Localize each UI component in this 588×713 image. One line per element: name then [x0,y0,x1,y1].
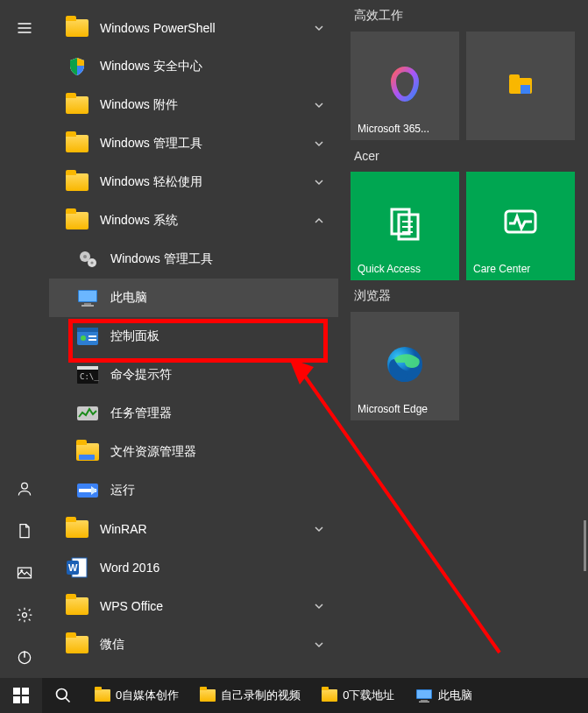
app-item-5[interactable]: Windows 系统 [49,201,338,240]
taskbar-item-2[interactable]: 0下载地址 [311,678,405,713]
tiles-area: 高效工作Microsoft 365...AcerQuick AccessCare… [338,0,588,678]
folder-icon [322,689,337,702]
apps-list: Windows PowerShellWindows 安全中心Windows 附件… [49,0,338,678]
control-panel-icon [76,327,99,346]
run-icon [76,481,99,500]
app-item-6[interactable]: Windows 管理工具 [49,240,338,279]
cmd-icon: C:\_ [76,365,99,385]
tile-store-folder[interactable] [466,32,575,140]
app-item-8[interactable]: 控制面板 [49,317,338,356]
chevron-down-icon [307,632,331,657]
tile-label: Microsoft 365... [358,123,429,135]
app-label: Windows 安全中心 [100,59,331,74]
store-folder-icon [507,73,534,99]
m365-icon [385,64,425,108]
svg-rect-14 [77,328,98,332]
user-button[interactable] [0,468,49,510]
app-label: 运行 [110,483,331,498]
chevron-down-icon [307,16,331,40]
app-label: 任务管理器 [110,406,331,421]
app-item-2[interactable]: Windows 附件 [49,86,338,124]
this-pc-icon [76,288,99,307]
app-item-14[interactable]: WWord 2016 [49,548,338,587]
app-item-12[interactable]: 运行 [49,471,338,510]
tile-group-header[interactable]: Acer [351,140,576,172]
app-label: WPS Office [100,599,307,613]
svg-point-15 [81,335,86,341]
folder-icon [66,212,89,229]
chevron-down-icon [307,93,331,117]
svg-rect-10 [79,291,96,301]
settings-button[interactable] [0,594,49,636]
tile-care-center[interactable]: Care Center [466,172,575,280]
power-button[interactable] [0,636,49,678]
svg-rect-11 [84,303,91,305]
app-item-10[interactable]: 任务管理器 [49,394,338,433]
documents-button[interactable] [0,510,49,552]
scrollbar-thumb[interactable] [584,520,586,571]
svg-rect-19 [77,366,98,370]
svg-rect-29 [509,74,520,80]
tile-edge[interactable]: Microsoft Edge [351,312,459,420]
svg-rect-30 [521,85,530,94]
svg-rect-41 [22,688,29,695]
app-label: Windows 管理工具 [100,136,307,152]
svg-point-6 [83,255,87,258]
taskbar-item-label: 此电脑 [438,688,472,703]
app-label: 命令提示符 [110,367,331,383]
app-item-1[interactable]: Windows 安全中心 [49,47,338,86]
chevron-up-icon [307,208,331,233]
app-item-16[interactable]: 微信 [49,625,338,664]
chevron-down-icon [307,131,331,156]
app-label: 文件资源管理器 [110,444,331,460]
this-pc-icon [415,688,433,702]
taskmgr-icon [76,404,99,423]
folder-icon [66,636,89,653]
search-button[interactable] [42,678,84,713]
tile-label: Care Center [473,263,530,275]
app-item-15[interactable]: WPS Office [49,587,338,625]
svg-point-0 [22,483,28,489]
tile-group-header[interactable]: 高效工作 [351,0,576,32]
app-label: Windows PowerShell [100,21,307,35]
tile-label: Quick Access [358,263,421,275]
folder-icon [95,689,110,702]
tile-quick-access[interactable]: Quick Access [351,172,459,280]
app-item-4[interactable]: Windows 轻松使用 [49,163,338,201]
svg-rect-40 [13,688,20,695]
app-item-0[interactable]: Windows PowerShell [49,9,338,47]
taskbar-item-0[interactable]: 0自媒体创作 [84,678,189,713]
app-item-11[interactable]: 文件资源管理器 [49,433,338,471]
pictures-button[interactable] [0,552,49,594]
svg-point-8 [90,261,93,264]
taskbar-item-label: 0自媒体创作 [116,688,179,703]
gears-icon [76,248,99,271]
app-item-3[interactable]: Windows 管理工具 [49,124,338,163]
app-label: 此电脑 [110,290,331,306]
folder-icon [66,520,89,538]
app-item-7[interactable]: 此电脑 [49,279,338,317]
chevron-down-icon [307,517,331,541]
taskbar-item-1[interactable]: 自己录制的视频 [189,678,311,713]
taskbar-item-3[interactable]: 此电脑 [405,678,483,713]
chevron-down-icon [307,170,331,194]
explorer-icon [76,443,99,461]
svg-point-2 [21,569,23,571]
folder-icon [66,19,89,37]
folder-icon [200,689,216,702]
shield-icon [67,56,88,77]
app-item-13[interactable]: WinRAR [49,510,338,548]
tile-m365[interactable]: Microsoft 365... [351,32,459,140]
svg-rect-48 [421,700,428,702]
start-button[interactable] [0,678,42,713]
folder-icon [66,597,89,615]
word-icon: W [66,556,89,579]
chevron-down-icon [307,594,331,618]
app-label: Word 2016 [100,561,331,575]
hamburger-button[interactable] [0,7,49,49]
svg-rect-47 [417,690,431,698]
svg-rect-17 [89,339,96,341]
tile-group-header[interactable]: 浏览器 [351,280,576,312]
folder-icon [66,173,89,191]
app-item-9[interactable]: C:\_命令提示符 [49,356,338,394]
